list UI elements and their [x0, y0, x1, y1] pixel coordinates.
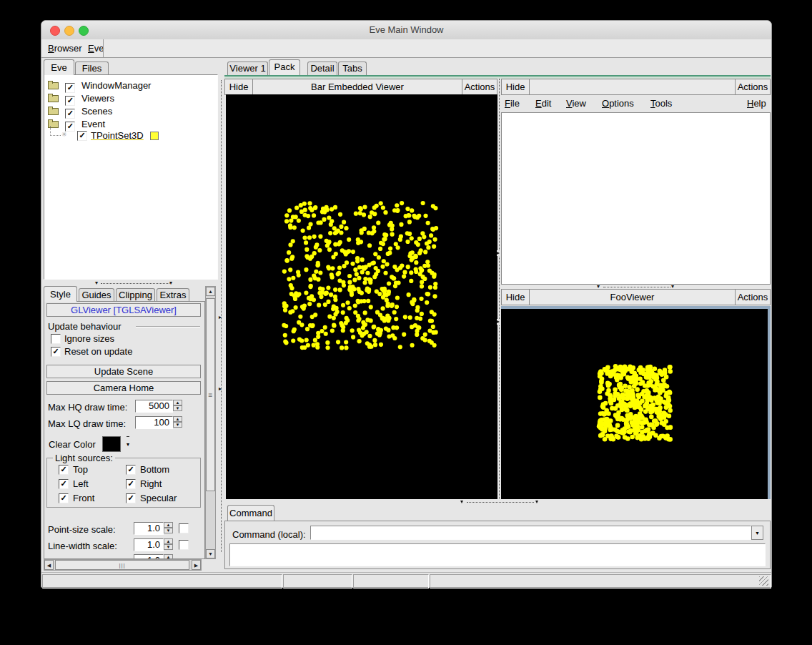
- spin-up-icon: ▲: [164, 554, 173, 559]
- minimize-button[interactable]: [64, 26, 74, 36]
- light-specular-label: Specular: [140, 493, 177, 503]
- command-output[interactable]: [229, 543, 766, 566]
- light-right-label: Right: [140, 478, 162, 489]
- wireframe-input[interactable]: 1.0: [134, 554, 164, 559]
- tab-viewer-1[interactable]: Viewer 1: [227, 61, 268, 75]
- right-viewer-titlebar[interactable]: [529, 79, 736, 95]
- hscroll-thumb[interactable]: |||: [55, 560, 189, 570]
- point-size-input[interactable]: 1.0: [134, 522, 164, 535]
- menubar-divider: [103, 39, 104, 57]
- menu-file[interactable]: File: [505, 98, 520, 109]
- reset-on-update-label: Reset on update: [64, 346, 132, 357]
- max-hq-input[interactable]: 5000: [135, 400, 173, 413]
- vscroll-thumb[interactable]: ≡: [206, 298, 215, 491]
- status-cell: [283, 574, 352, 589]
- bar-viewer-hide-button[interactable]: Hide: [224, 79, 253, 95]
- ignore-sizes-checkbox[interactable]: [51, 334, 61, 344]
- glviewer-header-button[interactable]: GLViewer [TGLSAViewer]: [46, 303, 201, 317]
- right-viewer-client-area[interactable]: [501, 112, 771, 285]
- foo-viewer-titlebar[interactable]: FooViewer: [529, 289, 736, 305]
- light-left-label: Left: [73, 478, 89, 489]
- tab-eve[interactable]: Eve: [44, 59, 74, 75]
- zoom-button[interactable]: [79, 26, 89, 36]
- bar-viewer-actions-button[interactable]: Actions: [462, 79, 497, 95]
- splitter-left-main[interactable]: ▸ ▸: [218, 59, 224, 571]
- foo-viewer-hide-button[interactable]: Hide: [501, 289, 530, 305]
- titlebar[interactable]: Eve Main Window: [41, 21, 771, 40]
- camera-home-button[interactable]: Camera Home: [46, 381, 201, 395]
- tree-item-label[interactable]: Event: [81, 119, 105, 129]
- max-lq-spinner[interactable]: ▲▼: [173, 416, 182, 429]
- bar-viewer-gl-canvas[interactable]: [226, 94, 497, 499]
- clear-color-dropdown[interactable]: ▾: [123, 436, 133, 450]
- bar-viewer-titlebar[interactable]: Bar Embedded Viewer: [252, 79, 462, 95]
- tree-row[interactable]: ✓ WindowManager: [48, 79, 151, 90]
- point-size-checkbox[interactable]: [179, 523, 189, 533]
- line-width-checkbox[interactable]: [179, 540, 189, 550]
- max-lq-input[interactable]: 100: [135, 416, 173, 429]
- foo-viewer-actions-button[interactable]: Actions: [735, 289, 771, 305]
- light-bottom-checkbox[interactable]: ✓: [126, 465, 136, 475]
- status-cell: [42, 574, 282, 589]
- light-front-checkbox[interactable]: ✓: [59, 493, 69, 503]
- tab-tabs[interactable]: Tabs: [338, 61, 367, 75]
- tree-item-label[interactable]: TPointSet3D: [91, 130, 144, 141]
- tab-pack[interactable]: Pack: [269, 59, 300, 75]
- tab-files[interactable]: Files: [75, 61, 109, 75]
- update-scene-button[interactable]: Update Scene: [46, 365, 201, 378]
- tab-command[interactable]: Command: [227, 505, 274, 521]
- eve-tree-view[interactable]: ✓ WindowManager ✓ Viewers ✓ Scenes ✓ Eve…: [44, 74, 218, 280]
- wireframe-spinner[interactable]: ▲: [164, 554, 173, 559]
- line-width-spinner[interactable]: ▲▼: [164, 538, 173, 551]
- menu-edit[interactable]: Edit: [535, 98, 551, 109]
- tree-row[interactable]: ✓ Scenes: [48, 104, 112, 116]
- tree-row[interactable]: ✓ Viewers: [48, 92, 114, 103]
- reset-on-update-checkbox[interactable]: ✓: [51, 347, 61, 357]
- splitter-tree-style[interactable]: ▾ ▾: [44, 280, 218, 285]
- update-behaviour-label: Update behaviour: [48, 321, 122, 332]
- menu-browser[interactable]: Browser: [48, 43, 82, 54]
- scroll-left-icon[interactable]: ◀: [44, 560, 54, 570]
- tree-item-label[interactable]: Viewers: [81, 93, 114, 104]
- light-right-checkbox[interactable]: ✓: [126, 479, 136, 489]
- tree-branch-line: [50, 126, 61, 136]
- tab-extras[interactable]: Extras: [157, 288, 189, 302]
- style-hscrollbar[interactable]: ◀ ||| ▶: [44, 559, 202, 571]
- right-viewer-actions-button[interactable]: Actions: [735, 79, 771, 95]
- tree-item-label[interactable]: Scenes: [81, 106, 112, 117]
- light-specular-checkbox[interactable]: ✓: [126, 493, 136, 503]
- line-width-input[interactable]: 1.0: [134, 538, 164, 551]
- command-input[interactable]: [310, 526, 751, 540]
- menu-tools[interactable]: Tools: [650, 98, 672, 109]
- tree-item-label[interactable]: WindowManager: [81, 80, 152, 91]
- light-left-checkbox[interactable]: ✓: [59, 479, 69, 489]
- close-button[interactable]: [50, 26, 60, 36]
- scroll-up-icon[interactable]: ▲: [206, 287, 215, 296]
- scroll-down-icon[interactable]: ▼: [206, 549, 215, 558]
- menu-view[interactable]: View: [566, 98, 586, 109]
- color-marker-swatch[interactable]: [150, 132, 159, 140]
- foo-viewer-gl-canvas[interactable]: [501, 309, 768, 499]
- tab-detail[interactable]: Detail: [307, 61, 337, 75]
- right-viewer-hide-button[interactable]: Hide: [501, 79, 530, 95]
- style-vscrollbar[interactable]: ▲ ≡ ▼: [205, 286, 216, 559]
- light-bottom-label: Bottom: [140, 464, 169, 475]
- light-top-checkbox[interactable]: ✓: [59, 465, 69, 475]
- tab-guides[interactable]: Guides: [79, 288, 114, 302]
- light-sources-group: Light sources: ✓ Top ✓ Bottom ✓ Left ✓ R…: [46, 458, 201, 508]
- menu-help[interactable]: Help: [747, 98, 766, 109]
- tree-checkbox[interactable]: ✓: [77, 131, 87, 141]
- splitter-command[interactable]: ▾ ▾: [224, 499, 771, 504]
- menu-eve[interactable]: Eve: [88, 43, 104, 54]
- max-hq-spinner[interactable]: ▲▼: [173, 400, 182, 413]
- tree-checkbox[interactable]: ✓: [65, 122, 75, 132]
- dropdown-arrow-icon: ▾: [127, 436, 129, 452]
- tab-style[interactable]: Style: [44, 286, 77, 302]
- point-size-spinner[interactable]: ▲▼: [164, 522, 173, 535]
- resize-grip[interactable]: [759, 576, 768, 586]
- menu-options[interactable]: Options: [602, 98, 634, 109]
- scroll-right-icon[interactable]: ▶: [192, 560, 201, 570]
- tab-clipping[interactable]: Clipping: [116, 288, 155, 302]
- command-combo-dropdown[interactable]: ▼: [751, 526, 763, 540]
- clear-color-swatch[interactable]: [102, 436, 121, 452]
